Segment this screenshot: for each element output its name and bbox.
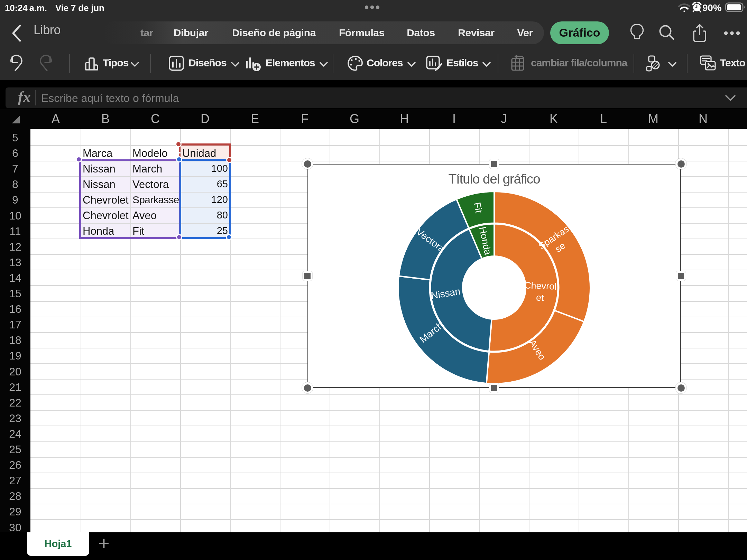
svg-text:Fit: Fit: [472, 201, 485, 214]
